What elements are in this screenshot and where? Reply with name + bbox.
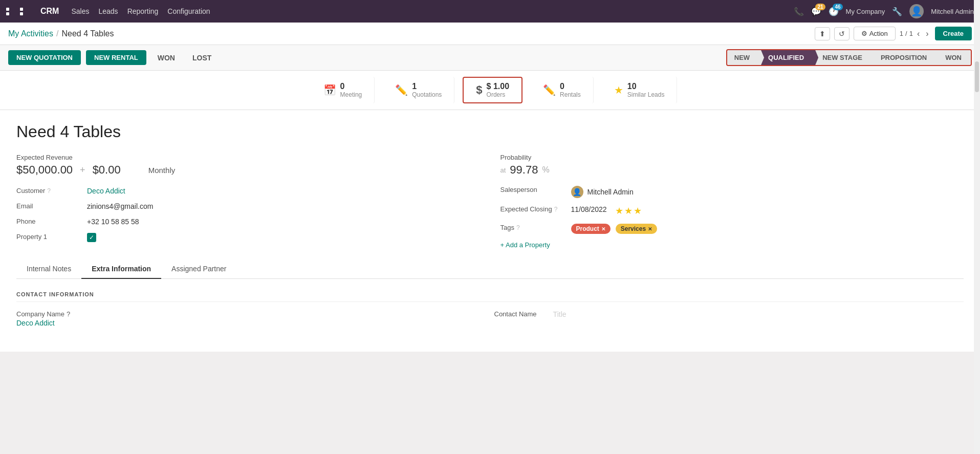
chat-badge-wrap[interactable]: 💬 21	[811, 7, 821, 16]
page-prev-button[interactable]: ‹	[915, 28, 922, 39]
star-2[interactable]: ★	[624, 205, 633, 217]
expected-closing-field: Expected Closing ? 11/08/2022 ★ ★ ★	[500, 205, 964, 217]
user-avatar[interactable]: 👤	[909, 4, 924, 18]
page-next-button[interactable]: ›	[924, 28, 930, 39]
new-rental-button[interactable]: NEW RENTAL	[86, 50, 146, 65]
tag-services-label: Services	[621, 225, 646, 232]
salesperson-name[interactable]: Mitchell Admin	[587, 188, 634, 196]
stage-pipeline: NEW QUALIFIED NEW STAGE PROPOSITION WON	[726, 49, 972, 66]
stage-new-stage[interactable]: NEW STAGE	[815, 50, 872, 65]
support-icon[interactable]: 📞	[794, 7, 804, 16]
revenue-label: Expected Revenue	[16, 154, 480, 161]
star-1[interactable]: ★	[615, 205, 623, 217]
customer-help[interactable]: ?	[47, 187, 51, 194]
expected-closing-label: Expected Closing ?	[500, 205, 567, 213]
expected-closing-help[interactable]: ?	[554, 206, 558, 213]
tags-field: Tags ? Product ✕ Services ✕	[500, 224, 964, 234]
dollar-icon: $	[476, 83, 482, 97]
customer-value[interactable]: Deco Addict	[87, 187, 125, 195]
company-name-label: Company Name ?	[16, 310, 486, 318]
tab-content-extra-info: CONTACT INFORMATION Company Name ? Deco …	[16, 279, 964, 339]
company-name[interactable]: My Company	[846, 8, 885, 15]
stat-orders[interactable]: $ $ 1.00 Orders	[463, 77, 522, 103]
lost-button[interactable]: LOST	[186, 51, 217, 65]
stage-won[interactable]: WON	[938, 50, 971, 65]
star-3[interactable]: ★	[634, 205, 642, 217]
property1-checkbox[interactable]: ✓	[87, 233, 96, 242]
breadcrumb-current: Need 4 Tables	[61, 29, 114, 38]
tags-help[interactable]: ?	[516, 224, 520, 231]
stat-rentals[interactable]: ✏️ 0 Rentals	[531, 77, 594, 103]
tags-container: Product ✕ Services ✕	[571, 224, 661, 234]
email-value[interactable]: zinions4@gmail.com	[87, 202, 153, 210]
salesperson-field: Salesperson 👤 Mitchell Admin	[500, 186, 964, 198]
property1-label: Property 1	[16, 233, 83, 241]
stage-proposition[interactable]: PROPOSITION	[874, 50, 936, 65]
star-icon: ★	[614, 84, 623, 96]
nav-leads[interactable]: Leads	[98, 7, 118, 15]
title-placeholder[interactable]: Title	[553, 310, 567, 318]
add-property-button[interactable]: + Add a Property	[500, 241, 964, 249]
calendar-icon: 📅	[323, 84, 336, 96]
action-label: Action	[869, 30, 888, 37]
company-name-help[interactable]: ?	[67, 310, 70, 318]
brand-label[interactable]: CRM	[40, 7, 59, 16]
salesperson-avatar: 👤	[571, 186, 583, 198]
page-current: 1	[900, 30, 903, 37]
tag-services: Services ✕	[616, 224, 657, 234]
contact-name-label: Contact Name	[494, 310, 537, 318]
nav-configuration[interactable]: Configuration	[167, 7, 210, 15]
apps-menu-icon[interactable]	[6, 8, 32, 15]
stat-quotations[interactable]: ✏️ 1 Quotations	[383, 77, 454, 103]
stat-similar-leads[interactable]: ★ 10 Similar Leads	[602, 77, 678, 103]
probability-section: Probability at 99.78 %	[500, 154, 964, 177]
navbar: CRM Sales Leads Reporting Configuration …	[0, 0, 980, 23]
company-name-value[interactable]: Deco Addict	[16, 319, 486, 327]
activity-badge-wrap[interactable]: 🕐 46	[829, 7, 839, 16]
nav-reporting[interactable]: Reporting	[127, 7, 159, 15]
email-field: Email zinions4@gmail.com	[16, 202, 480, 210]
settings-icon[interactable]: 🔧	[892, 7, 902, 16]
tag-services-remove[interactable]: ✕	[648, 226, 652, 232]
email-label: Email	[16, 202, 83, 210]
new-quotation-button[interactable]: NEW QUOTATION	[8, 50, 81, 65]
probability-percent: %	[542, 165, 549, 175]
won-button[interactable]: WON	[151, 51, 181, 65]
breadcrumb-parent[interactable]: My Activities	[8, 29, 53, 38]
tab-internal-notes[interactable]: Internal Notes	[16, 260, 81, 279]
nav-sales[interactable]: Sales	[71, 7, 89, 15]
create-button[interactable]: Create	[935, 27, 972, 40]
contact-name-field: Contact Name	[494, 310, 537, 327]
stage-new[interactable]: NEW	[727, 50, 759, 65]
property1-field: Property 1 ✓	[16, 233, 480, 242]
refresh-button[interactable]: ↺	[834, 27, 850, 40]
tag-product-remove[interactable]: ✕	[601, 226, 605, 232]
phone-field: Phone +32 10 58 85 58	[16, 218, 480, 226]
rental-icon: ✏️	[543, 84, 556, 96]
stage-new-stage-label: NEW STAGE	[822, 54, 862, 61]
company-name-field: Company Name ? Deco Addict	[16, 310, 486, 327]
quotation-count: 1	[412, 82, 442, 91]
quotation-icon: ✏️	[395, 84, 408, 96]
probability-label: Probability	[500, 154, 964, 161]
tag-product: Product ✕	[571, 224, 611, 234]
revenue-plus-icon: +	[80, 165, 85, 176]
orders-label: Orders	[487, 91, 509, 98]
activity-badge: 46	[833, 4, 842, 10]
stat-meeting[interactable]: 📅 0 Meeting	[303, 77, 375, 103]
contact-grid: Company Name ? Deco Addict Contact Name …	[16, 310, 964, 327]
tab-extra-information[interactable]: Extra Information	[81, 260, 161, 279]
stage-new-label: NEW	[734, 54, 750, 61]
contact-info-header: CONTACT INFORMATION	[16, 291, 964, 302]
tab-assigned-partner[interactable]: Assigned Partner	[161, 260, 236, 279]
stage-qualified[interactable]: QUALIFIED	[761, 50, 813, 65]
page-total: 1	[909, 30, 913, 37]
action-button[interactable]: ⚙ Action	[854, 27, 896, 40]
action-row: NEW QUOTATION NEW RENTAL WON LOST NEW QU…	[0, 45, 980, 71]
tag-product-label: Product	[576, 225, 599, 232]
meeting-label: Meeting	[340, 91, 362, 98]
scrollbar[interactable]	[974, 0, 980, 352]
upload-button[interactable]: ⬆	[815, 27, 830, 40]
salesperson-wrap: 👤 Mitchell Admin	[571, 186, 634, 198]
revenue-section: Expected Revenue $50,000.00 + $0.00 Mont…	[16, 154, 480, 177]
